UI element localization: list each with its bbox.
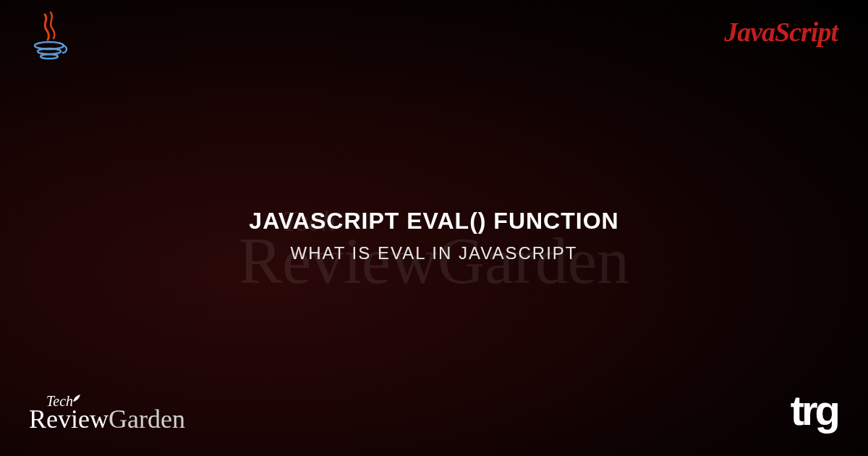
page-subtitle: WHAT IS EVAL IN JAVASCRIPT — [0, 243, 868, 263]
java-logo-icon — [29, 11, 72, 65]
main-content: JAVASCRIPT EVAL() FUNCTION WHAT IS EVAL … — [0, 208, 868, 263]
javascript-logo-text: JavaScript — [724, 16, 838, 48]
brand-logo-short: trg — [791, 386, 838, 434]
svg-point-2 — [41, 54, 58, 59]
brand-review-text: Review — [29, 405, 109, 434]
page-title: JAVASCRIPT EVAL() FUNCTION — [0, 208, 868, 235]
brand-garden-text: Garden — [109, 405, 185, 434]
brand-logo-full: Tech ReviewGarden — [29, 393, 185, 434]
